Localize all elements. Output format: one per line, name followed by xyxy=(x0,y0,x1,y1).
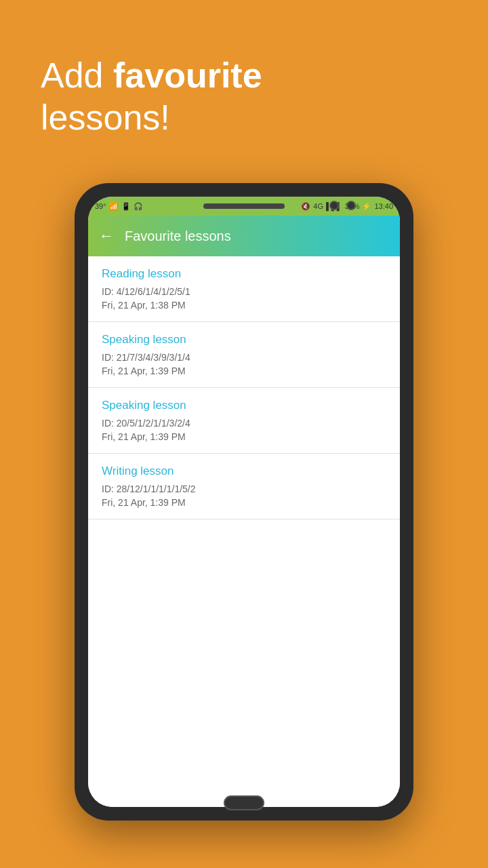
headphone-icon: 🎧 xyxy=(134,202,143,211)
headline: Add favourite lessons! xyxy=(41,54,447,139)
headline-normal: Add xyxy=(41,56,113,95)
lesson-item[interactable]: Reading lessonID: 4/12/6/1/4/1/2/5/1Fri,… xyxy=(88,256,400,322)
wifi-icon: 📶 xyxy=(109,202,119,211)
lesson-title: Speaking lesson xyxy=(102,399,386,412)
app-bar: ← Favourite lessons xyxy=(88,216,400,256)
lesson-id: ID: 28/12/1/1/1/1/1/5/2 xyxy=(102,484,386,494)
lesson-id: ID: 20/5/1/2/1/1/3/2/4 xyxy=(102,418,386,429)
phone-camera xyxy=(329,201,339,210)
back-button[interactable]: ← xyxy=(99,227,114,245)
lesson-id: ID: 21/7/3/4/3/9/3/1/4 xyxy=(102,352,386,363)
phone-container: 39° 📶 📱 🎧 🔇 4G ▌▌▌ 33% ⚡ 13:40 ← Favouri… xyxy=(75,183,413,821)
phone-screen: 39° 📶 📱 🎧 🔇 4G ▌▌▌ 33% ⚡ 13:40 ← Favouri… xyxy=(88,197,400,807)
screen-icon: 📱 xyxy=(121,202,131,211)
headline-line2: lessons! xyxy=(41,98,170,137)
mute-icon: 🔇 xyxy=(301,202,310,211)
lesson-date: Fri, 21 Apr, 1:39 PM xyxy=(102,497,386,508)
lessons-list[interactable]: Reading lessonID: 4/12/6/1/4/1/2/5/1Fri,… xyxy=(88,256,400,807)
lesson-date: Fri, 21 Apr, 1:39 PM xyxy=(102,431,386,442)
battery-icon: ⚡ xyxy=(362,202,371,211)
app-bar-title: Favourite lessons xyxy=(125,229,231,244)
lesson-id: ID: 4/12/6/1/4/1/2/5/1 xyxy=(102,286,386,297)
status-left: 39° 📶 📱 🎧 xyxy=(95,202,143,211)
page-background: Add favourite lessons! 39° 📶 📱 🎧 🔇 4G ▌▌… xyxy=(0,0,488,868)
lesson-title: Writing lesson xyxy=(102,465,386,478)
lesson-title: Speaking lesson xyxy=(102,333,386,347)
lesson-date: Fri, 21 Apr, 1:39 PM xyxy=(102,366,386,376)
home-button[interactable] xyxy=(224,795,264,810)
lesson-title: Reading lesson xyxy=(102,267,386,281)
phone-speaker xyxy=(203,203,285,209)
headline-bold: favourite xyxy=(113,56,262,95)
phone-camera2 xyxy=(346,201,356,210)
network-type: 4G xyxy=(313,202,323,210)
lesson-item[interactable]: Speaking lessonID: 21/7/3/4/3/9/3/1/4Fri… xyxy=(88,322,400,388)
temperature: 39° xyxy=(95,202,106,210)
lesson-item[interactable]: Writing lessonID: 28/12/1/1/1/1/1/5/2Fri… xyxy=(88,454,400,519)
time: 13:40 xyxy=(374,202,393,210)
lesson-item[interactable]: Speaking lessonID: 20/5/1/2/1/1/3/2/4Fri… xyxy=(88,388,400,454)
lesson-date: Fri, 21 Apr, 1:38 PM xyxy=(102,300,386,311)
